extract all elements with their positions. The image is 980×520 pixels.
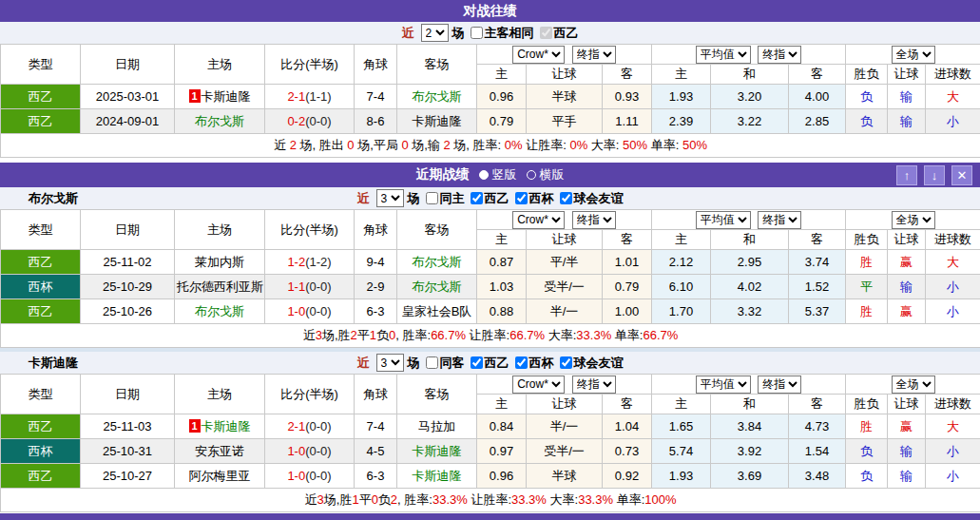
avg-draw-odds: 3.84 [711, 414, 789, 439]
home-team-cell: 莱加内斯 [175, 250, 265, 275]
halftime-score: (0-0) [305, 469, 331, 483]
odds-handicap: 半/一 [527, 299, 603, 324]
recent-title: 近期战绩 [416, 166, 470, 183]
col-date: 日期 [81, 45, 175, 85]
odds-handicap: 半球 [527, 85, 603, 109]
odds-source-select[interactable]: Crow* [512, 376, 565, 394]
move-down-button[interactable]: ↓ [924, 165, 945, 185]
avg-home-odds: 5.74 [652, 439, 711, 464]
scope-select[interactable]: 全场 [892, 46, 935, 64]
filter-league-laliga2[interactable]: 西乙 [540, 25, 579, 42]
recent-section: 近期战绩 竖版 横版 ↑ ↓ ✕ 布尔戈斯 近 3 场 同主 西乙 西杯 [0, 163, 980, 512]
scope-select[interactable]: 全场 [892, 376, 935, 394]
games-label: 场 [452, 25, 465, 42]
away-team-cell: 卡斯迪隆 [397, 439, 477, 464]
filter-friendly[interactable]: 球会友谊 [560, 190, 624, 207]
radio-label: 竖版 [492, 166, 517, 183]
copa-checkbox[interactable] [515, 356, 528, 369]
result-handicap: 赢 [888, 414, 926, 439]
view-option-vertical[interactable]: 竖版 [479, 166, 517, 183]
friendly-checkbox[interactable] [560, 356, 572, 369]
result-wdl: 平 [846, 275, 888, 299]
odds-away: 0.79 [603, 275, 652, 299]
home-team: 阿尔梅里亚 [189, 469, 251, 483]
odds-group-header: Crow* 终指 [477, 45, 652, 65]
filter-same-away[interactable]: 同客 [426, 355, 465, 372]
match-date: 25-10-27 [81, 464, 175, 489]
filter-copa[interactable]: 西杯 [515, 355, 554, 372]
same-away-checkbox[interactable] [426, 356, 438, 369]
avg-group-header: 平均值 终指 [652, 210, 846, 230]
filter-same-home[interactable]: 同主 [426, 190, 465, 207]
avg-kind-select[interactable]: 终指 [758, 46, 801, 64]
team-name: 卡斯迪隆 [29, 355, 78, 372]
odds-kind-select[interactable]: 终指 [572, 46, 616, 64]
avg-kind-select[interactable]: 终指 [758, 376, 801, 394]
filter-league-laliga2[interactable]: 西乙 [471, 190, 509, 207]
avg-source-select[interactable]: 平均值 [696, 211, 751, 229]
score-cell: 1-0(0-0) [265, 464, 355, 489]
table-row: 西乙 25-11-02 莱加内斯 1-2(1-2) 9-4 布尔戈斯 0.87 … [1, 250, 980, 275]
bottom-bar [0, 513, 980, 520]
match-date: 25-11-02 [81, 250, 175, 275]
league-type-badge: 西乙 [1, 250, 81, 275]
filter-copa[interactable]: 西杯 [515, 190, 554, 207]
table-row: 西乙 2024-09-01 布尔戈斯 0-2(0-0) 8-6 卡斯迪隆 0.7… [1, 109, 980, 134]
odds-home: 1.03 [477, 275, 527, 299]
scope-select[interactable]: 全场 [892, 211, 935, 229]
odds-away: 0.92 [603, 464, 652, 489]
col-corner: 角球 [355, 210, 397, 250]
burgos-recent-count-select[interactable]: 3 [376, 189, 404, 207]
avg-kind-select[interactable]: 终指 [758, 211, 801, 229]
castellon-recent-count-select[interactable]: 3 [376, 354, 404, 372]
laliga2-checkbox[interactable] [471, 192, 483, 204]
odds-kind-select[interactable]: 终指 [572, 376, 616, 394]
close-button[interactable]: ✕ [951, 165, 972, 185]
odds-handicap: 平手 [527, 109, 603, 134]
odds-away: 1.04 [603, 414, 652, 439]
subcol-goals-result: 进球数 [926, 395, 980, 414]
subcol-wdl: 胜负 [846, 65, 888, 85]
same-home-checkbox[interactable] [426, 192, 438, 204]
avg-source-select[interactable]: 平均值 [696, 376, 751, 394]
result-handicap: 赢 [888, 250, 926, 275]
odds-source-select[interactable]: Crow* [512, 211, 565, 229]
filter-same-matchup[interactable]: 主客相同 [471, 25, 534, 42]
filter-friendly[interactable]: 球会友谊 [560, 355, 624, 372]
league-type-badge: 西乙 [1, 85, 81, 109]
laliga2-checkbox[interactable] [471, 356, 483, 369]
odds-kind-select[interactable]: 终指 [572, 211, 616, 229]
odds-source-select[interactable]: Crow* [512, 46, 565, 64]
score-cell: 2-1(0-0) [265, 414, 355, 439]
league-type-badge: 西乙 [1, 414, 81, 439]
friendly-checkbox[interactable] [560, 192, 572, 204]
filter-league-laliga2[interactable]: 西乙 [471, 355, 509, 372]
avg-home-odds: 1.93 [652, 85, 711, 109]
laliga2-checkbox[interactable] [540, 27, 552, 39]
away-team-cell: 布尔戈斯 [397, 250, 477, 275]
copa-checkbox[interactable] [515, 192, 528, 204]
h2h-recent-count-select[interactable]: 2 [421, 24, 449, 42]
filter-label: 西乙 [485, 190, 509, 207]
halftime-score: (1-2) [305, 255, 331, 269]
view-option-horizontal[interactable]: 横版 [527, 166, 565, 183]
odds-home: 0.88 [477, 299, 527, 324]
home-team: 托尔德西利亚斯 [177, 279, 263, 294]
odds-home: 0.79 [477, 109, 527, 134]
burgos-controls: 布尔戈斯 近 3 场 同主 西乙 西杯 球会友谊 [0, 187, 980, 209]
radio-label: 横版 [540, 166, 565, 183]
avg-draw-odds: 3.32 [711, 299, 789, 324]
h2h-title-bar: 对战往绩 [0, 0, 980, 22]
same-matchup-checkbox[interactable] [471, 27, 483, 39]
away-team-cell: 马拉加 [397, 414, 477, 439]
avg-source-select[interactable]: 平均值 [696, 46, 751, 64]
result-wdl: 负 [846, 464, 888, 489]
odds-home: 0.87 [477, 250, 527, 275]
subcol-odds-home: 主 [477, 65, 527, 85]
move-up-button[interactable]: ↑ [896, 165, 917, 185]
match-date: 25-10-26 [81, 299, 175, 324]
col-date: 日期 [81, 210, 175, 250]
league-type-badge: 西乙 [1, 464, 81, 489]
result-handicap: 输 [888, 464, 926, 489]
home-team-cell: 1卡斯迪隆 [175, 414, 265, 439]
